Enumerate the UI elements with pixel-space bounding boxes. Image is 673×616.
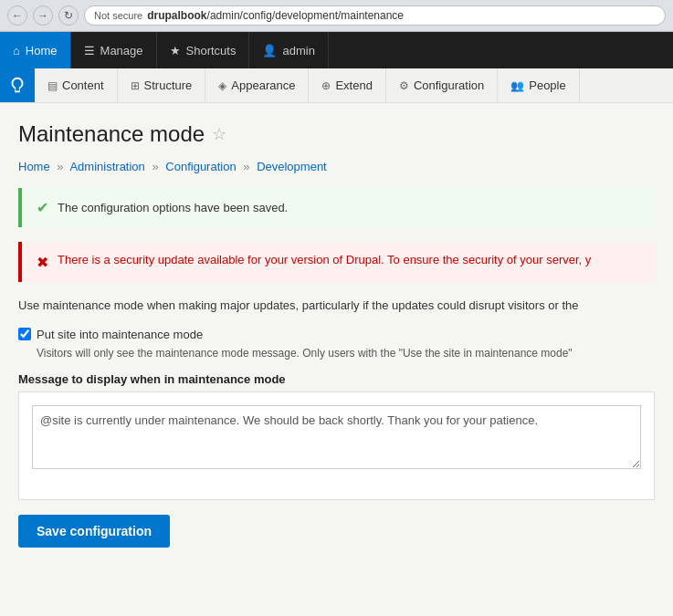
admin-toolbar: ⌂ Home ☰ Manage ★ Shortcuts 👤 admin	[0, 32, 673, 68]
maintenance-message-textarea[interactable]: @site is currently under maintenance. We…	[32, 405, 641, 469]
content-label: Content	[62, 78, 104, 92]
breadcrumb-development[interactable]: Development	[257, 160, 327, 173]
url-suffix: /admin/config/development/maintenance	[207, 9, 404, 22]
nav-structure[interactable]: ⊞ Structure	[118, 68, 206, 102]
checkbox-hint: Visitors will only see the maintenance m…	[37, 347, 655, 360]
check-icon: ✔	[37, 199, 48, 216]
nav-content[interactable]: ▤ Content	[35, 68, 118, 102]
maintenance-checkbox-row: Put site into maintenance mode	[18, 328, 655, 341]
nav-appearance[interactable]: ◈ Appearance	[205, 68, 309, 102]
nav-configuration[interactable]: ⚙ Configuration	[386, 68, 498, 102]
address-bar[interactable]: Not secure drupalbook/admin/config/devel…	[84, 5, 666, 26]
extend-label: Extend	[335, 78, 372, 92]
configuration-label: Configuration	[414, 78, 484, 92]
page-description: Use maintenance mode when making major u…	[18, 297, 655, 315]
configuration-icon: ⚙	[399, 79, 409, 92]
manage-label: Manage	[100, 44, 143, 57]
breadcrumb-sep-3: »	[243, 160, 249, 173]
home-label: Home	[26, 44, 58, 57]
shortcuts-label: Shortcuts	[186, 44, 237, 57]
drupal-logo[interactable]	[0, 68, 35, 102]
star-icon: ★	[170, 44, 181, 57]
error-icon: ✖	[37, 254, 48, 271]
maintenance-mode-label[interactable]: Put site into maintenance mode	[37, 328, 203, 341]
toolbar-home[interactable]: ⌂ Home	[0, 32, 71, 68]
structure-label: Structure	[144, 78, 193, 92]
success-message: ✔ The configuration options have been sa…	[18, 188, 655, 227]
page-title-row: Maintenance mode ☆	[18, 121, 655, 147]
toolbar-manage[interactable]: ☰ Manage	[71, 32, 157, 68]
back-button[interactable]: ←	[7, 5, 27, 26]
bookmark-icon[interactable]: ☆	[212, 124, 226, 144]
error-message: ✖ There is a security update available f…	[18, 242, 655, 282]
page-title: Maintenance mode	[18, 121, 205, 147]
breadcrumb-sep-2: »	[152, 160, 158, 173]
home-icon: ⌂	[13, 44, 20, 57]
nav-people[interactable]: 👥 People	[498, 68, 579, 102]
appearance-label: Appearance	[231, 78, 295, 92]
breadcrumb-administration[interactable]: Administration	[69, 160, 144, 173]
breadcrumb-home[interactable]: Home	[18, 160, 50, 173]
security-indicator: Not secure	[94, 10, 142, 21]
url-text: drupalbook/admin/config/development/main…	[147, 9, 404, 22]
forward-button[interactable]: →	[33, 5, 53, 26]
url-prefix: drupalbook	[147, 9, 206, 22]
admin-label: admin	[282, 44, 314, 57]
menu-icon: ☰	[84, 44, 95, 57]
page-content: Maintenance mode ☆ Home » Administration…	[0, 103, 673, 566]
maintenance-mode-checkbox[interactable]	[18, 328, 31, 340]
content-icon: ▤	[47, 79, 58, 92]
structure-icon: ⊞	[131, 79, 140, 92]
appearance-icon: ◈	[218, 79, 226, 92]
secondary-nav: ▤ Content ⊞ Structure ◈ Appearance ⊕ Ext…	[0, 68, 673, 103]
breadcrumb-configuration[interactable]: Configuration	[165, 160, 236, 173]
nav-extend[interactable]: ⊕ Extend	[309, 68, 385, 102]
toolbar-shortcuts[interactable]: ★ Shortcuts	[157, 32, 250, 68]
browser-chrome: ← → ↻ Not secure drupalbook/admin/config…	[0, 0, 673, 32]
error-text: There is a security update available for…	[58, 253, 591, 266]
textarea-label: Message to display when in maintenance m…	[18, 372, 655, 386]
refresh-button[interactable]: ↻	[58, 5, 79, 26]
person-icon: 👤	[262, 44, 277, 57]
extend-icon: ⊕	[321, 79, 331, 92]
success-text: The configuration options have been save…	[58, 201, 288, 214]
people-label: People	[529, 78, 565, 92]
save-configuration-button[interactable]: Save configuration	[18, 515, 170, 548]
form-section: @site is currently under maintenance. We…	[18, 392, 655, 500]
breadcrumb: Home » Administration » Configuration » …	[18, 160, 655, 173]
people-icon: 👥	[510, 79, 524, 92]
toolbar-admin[interactable]: 👤 admin	[249, 32, 328, 68]
breadcrumb-sep-1: »	[57, 160, 63, 173]
